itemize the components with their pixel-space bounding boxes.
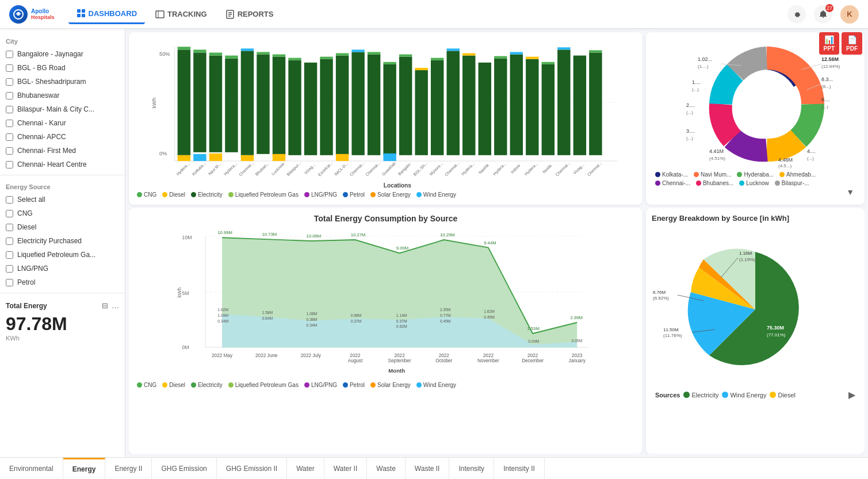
checkbox-select-all[interactable] [6, 196, 13, 204]
svg-text:Chennai...: Chennai... [444, 161, 461, 178]
notification-button[interactable]: 27 [814, 5, 832, 24]
svg-text:Locations: Locations [384, 182, 411, 189]
sidebar-item-select-all[interactable]: Select all [0, 193, 125, 206]
svg-text:BGL-Sh...: BGL-Sh... [412, 161, 429, 177]
svg-text:2022: 2022 [350, 353, 361, 358]
donut-expand-icon[interactable]: ▼ [652, 187, 859, 197]
svg-text:2022 May: 2022 May [212, 353, 233, 358]
svg-rect-62 [462, 53, 475, 56]
svg-text:2022 July: 2022 July [301, 353, 322, 358]
sidebar-item-lngpng[interactable]: LNG/PNG [0, 262, 125, 275]
sidebar-item-bilaspur[interactable]: Bilaspur- Main & City C... [0, 102, 125, 116]
total-energy-label: Total Energy [6, 302, 47, 310]
checkbox-chennai-firstmed[interactable] [6, 147, 13, 155]
sidebar-item-chennai-karur[interactable]: Chennai - Karur [0, 116, 125, 130]
ppt-export-button[interactable]: 📊 PPT [819, 32, 839, 55]
svg-text:(12.84%): (12.84%) [821, 64, 840, 69]
checkbox-petrol[interactable] [6, 279, 13, 286]
svg-rect-35 [273, 57, 285, 155]
svg-rect-23 [193, 49, 206, 52]
checkbox-bhubaneswar[interactable] [6, 92, 13, 99]
sidebar-item-bangalore-jaynagar[interactable]: Bangalore - Jaynagar [0, 47, 125, 61]
sidebar-item-electricity[interactable]: Electricity Purchased [0, 234, 125, 248]
tab-environmental[interactable]: Environmental [0, 458, 63, 479]
checkbox-bangalore-jaynagar[interactable] [6, 51, 13, 58]
checkbox-bgl-bg-road[interactable] [6, 64, 13, 72]
svg-text:Hydera...: Hydera... [524, 162, 539, 177]
svg-text:10M: 10M [182, 235, 192, 240]
energy-section-label: Energy Source [0, 179, 125, 193]
svg-text:6.76M: 6.76M [653, 290, 666, 295]
svg-text:1.82M: 1.82M [217, 308, 228, 312]
nav-tracking[interactable]: TRACKING [147, 5, 215, 24]
svg-text:2022: 2022 [483, 353, 494, 358]
svg-text:(4.51%): (4.51%) [709, 156, 725, 161]
tab-intensity-ii[interactable]: Intensity II [494, 458, 545, 479]
sidebar-item-bgl-sheshadripuram[interactable]: BGL- Sheshadripuram [0, 75, 125, 89]
checkbox-cng[interactable] [6, 210, 13, 217]
tab-waste-ii[interactable]: Waste II [406, 458, 450, 479]
user-avatar[interactable]: K [840, 5, 859, 24]
checkbox-lpg[interactable] [6, 251, 13, 259]
svg-text:1.62M: 1.62M [484, 309, 495, 313]
svg-rect-24 [193, 154, 206, 161]
tab-water-ii[interactable]: Water II [324, 458, 368, 479]
sidebar-item-diesel[interactable]: Diesel [0, 220, 125, 234]
checkbox-lngpng[interactable] [6, 265, 13, 273]
nav-reports[interactable]: REPORTS [217, 5, 282, 24]
filter-icon[interactable]: ⊟ [102, 301, 108, 310]
settings-button[interactable] [787, 5, 806, 24]
checkbox-chennai-apcc[interactable] [6, 133, 13, 141]
svg-text:0.05M: 0.05M [572, 339, 583, 343]
svg-rect-37 [273, 154, 285, 161]
svg-text:Navi M...: Navi M... [208, 162, 223, 177]
tab-energy-ii[interactable]: Energy II [105, 458, 152, 479]
tab-waste[interactable]: Waste [367, 458, 406, 479]
nav-dashboard[interactable]: DASHBOARD [68, 4, 146, 24]
checkbox-chennai-karur[interactable] [6, 120, 13, 127]
svg-text:(...): (...) [807, 156, 814, 161]
sidebar-item-bgl-bg-road[interactable]: BGL - BG Road [0, 61, 125, 75]
tab-energy[interactable]: Energy [63, 458, 106, 479]
tab-water[interactable]: Water [287, 458, 324, 479]
svg-text:0M: 0M [182, 344, 189, 350]
sidebar-item-petrol[interactable]: Petrol [0, 275, 125, 289]
checkbox-electricity[interactable] [6, 237, 13, 245]
pie-expand-icon[interactable]: ▶ [848, 389, 855, 400]
sidebar-item-chennai-heartcentre[interactable]: Chennai- Heart Centre [0, 158, 125, 171]
svg-text:4....: 4.... [807, 148, 816, 154]
checkbox-chennai-heartcentre[interactable] [6, 161, 13, 168]
svg-text:Noida: Noida [542, 163, 553, 174]
top-nav: Apollo Hospitals DASHBOARD TRACKING REPO… [0, 0, 868, 29]
checkbox-bilaspur[interactable] [6, 106, 13, 113]
svg-text:(...): (...) [821, 104, 828, 109]
sidebar-item-cng[interactable]: CNG [0, 206, 125, 220]
sidebar-item-lpg[interactable]: Liquefied Petroleum Ga... [0, 248, 125, 262]
svg-rect-26 [209, 52, 222, 55]
line-chart-legend: CNG Diesel Electricity Liquefied Petrole… [135, 381, 637, 389]
pdf-export-button[interactable]: 📄 PDF [842, 32, 862, 55]
svg-rect-27 [209, 154, 222, 161]
svg-rect-66 [510, 55, 523, 155]
svg-rect-4 [82, 9, 85, 13]
sidebar-item-chennai-firstmed[interactable]: Chennai- First Med [0, 144, 125, 158]
more-options-icon[interactable]: … [112, 301, 119, 310]
tab-ghg-emission[interactable]: GHG Emission [152, 458, 216, 479]
checkbox-diesel[interactable] [6, 224, 13, 231]
svg-rect-38 [288, 60, 301, 155]
svg-text:0.38M: 0.38M [307, 317, 318, 321]
checkbox-bgl-sheshadripuram[interactable] [6, 78, 13, 86]
svg-text:(11.76%): (11.76%) [663, 333, 682, 338]
sidebar-item-bhubaneswar[interactable]: Bhubaneswar [0, 89, 125, 102]
tab-intensity[interactable]: Intensity [449, 458, 494, 479]
tab-ghg-emission-ii[interactable]: GHG Emission II [217, 458, 287, 479]
svg-rect-3 [77, 9, 81, 13]
logo: Apollo Hospitals [9, 5, 55, 24]
svg-rect-70 [542, 64, 555, 155]
svg-text:0.04M: 0.04M [528, 339, 539, 343]
svg-text:kWh: kWh [177, 288, 182, 297]
svg-text:Hydera...: Hydera... [461, 162, 476, 177]
sidebar-item-chennai-apcc[interactable]: Chennai- APCC [0, 130, 125, 144]
svg-text:0.98M: 0.98M [351, 313, 362, 317]
export-buttons: 📊 PPT 📄 PDF [819, 32, 862, 55]
